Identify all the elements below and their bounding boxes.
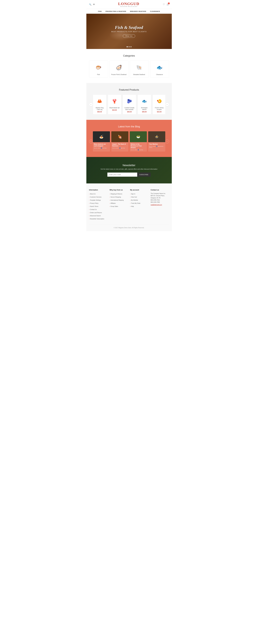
newsletter-email-input[interactable]: [107, 172, 137, 177]
footer-link-newsletter[interactable]: Newsletter Subscription: [89, 218, 104, 220]
footer-copyright: © 2017 Magento Demo Store. All Rights Re…: [89, 227, 169, 228]
hero-title: Fish & Seafood: [111, 25, 147, 30]
categories-grid: 🐡 Fish 🦪 Frozen Fish & Seafood 🐚 Breaded…: [89, 60, 169, 78]
list-item: Shipping & Returns: [110, 192, 128, 195]
blog-next-icon: [167, 140, 167, 142]
footer-link-about[interactable]: About Us: [89, 193, 96, 195]
blog-author-icon-1: [119, 148, 121, 149]
footer-link-signin[interactable]: Sign In: [130, 193, 135, 195]
nav-breaded[interactable]: BREADED SEAFOOD: [130, 10, 146, 12]
blog-post-3[interactable]: 🍲 Your Mantras Oct 24, 2016 By Bernard S…: [148, 131, 165, 152]
hero-dot-2[interactable]: [129, 46, 130, 47]
product-0[interactable]: 🦀 Alaskan King Crab Leg $56.00: [93, 94, 106, 114]
blog-post-1[interactable]: 🍖 Impact - The Heart of Business Oct 19,…: [111, 131, 128, 152]
wishlist-icon[interactable]: [163, 3, 165, 6]
footer-link-advanced[interactable]: Advanced Search: [89, 215, 101, 216]
product-0-price: $56.00: [94, 111, 105, 112]
list-item: About Us: [89, 192, 107, 195]
footer-link-shipping[interactable]: Shipping & Returns: [110, 193, 122, 195]
blog-author-icon-3: [156, 146, 158, 147]
footer-link-customer[interactable]: Customer Services: [89, 196, 102, 198]
footer-information-heading: Information: [89, 189, 107, 191]
footer-link-group[interactable]: Group Sales: [110, 206, 118, 207]
hero-dot-1[interactable]: [127, 46, 128, 47]
category-breaded-label: Breaded Seafood: [131, 74, 147, 75]
product-3-name: Norwegian salmon: [139, 107, 150, 110]
product-2[interactable]: 🫐 Cooked Canada blue mussels $36.00: [123, 94, 136, 114]
list-item: Track My Order: [130, 202, 149, 204]
list-item: Customer Services: [89, 196, 107, 198]
footer-link-wishlist[interactable]: My Wishlist: [130, 200, 138, 201]
prev-icon: [91, 104, 91, 106]
blog-post-0-title: Many students are cash-strapped: [94, 143, 109, 147]
product-3[interactable]: 🐟 Norwegian salmon $46.00: [138, 94, 151, 114]
hero-shop-button[interactable]: Shop now: [123, 34, 135, 38]
blog-section: Latest from the Blog 🍝 Many students are…: [86, 120, 172, 157]
categories-title: Categories: [89, 54, 169, 57]
footer-link-orders[interactable]: Orders and Returns: [89, 212, 102, 214]
nav-frozen[interactable]: FROZEN FISH & SEAFOOD: [105, 10, 126, 12]
category-frozen[interactable]: 🦪 Frozen Fish & Seafood: [109, 60, 128, 78]
footer-link-viewcart[interactable]: View Cart: [130, 196, 137, 198]
footer-why-buy: Why buy from us Shipping & Returns Secur…: [110, 189, 128, 220]
product-1[interactable]: 🦞 Brazil lobster tail $32.00: [108, 94, 121, 114]
product-4[interactable]: 🍤 Frozen shrimp ecuador $16.00: [153, 94, 165, 114]
category-clearance[interactable]: 🐟 Clearance: [150, 60, 169, 78]
footer-link-intl[interactable]: International Shipping: [110, 200, 124, 201]
category-clearance-img: 🐟: [154, 63, 165, 72]
list-item: Group Sales: [110, 205, 128, 208]
list-item: Secure Shopping: [110, 196, 128, 198]
footer-columns: Information About Us Customer Services T…: [89, 189, 169, 220]
footer-link-contact[interactable]: Contact Us: [89, 209, 97, 210]
products-prev-button[interactable]: [89, 102, 93, 106]
cart-count-badge: 0: [168, 2, 170, 4]
product-3-img: 🐟: [140, 96, 149, 106]
blog-post-3-img: 🍲: [148, 131, 165, 142]
footer-link-template[interactable]: Template Settings: [89, 200, 101, 201]
blog-post-3-title: Your Mantras: [149, 143, 164, 145]
footer-link-affiliates[interactable]: Affiliates: [110, 202, 116, 204]
hero-content: Fish & Seafood BEST PRODUCTS FOR BEST CL…: [111, 25, 147, 38]
blog-post-0[interactable]: 🍝 Many students are cash-strapped Oct 14…: [93, 131, 110, 152]
category-breaded[interactable]: 🐚 Breaded Seafood: [130, 60, 149, 78]
footer-link-search-terms[interactable]: Search Terms: [89, 206, 98, 207]
product-2-img: 🫐: [125, 96, 134, 106]
products-next-button[interactable]: [165, 102, 169, 106]
blog-prev-button[interactable]: [89, 140, 93, 144]
footer-why-buy-list: Shipping & Returns Secure Shopping Inter…: [110, 192, 128, 208]
search-icon[interactable]: [89, 3, 91, 6]
footer-link-help[interactable]: Help: [130, 206, 134, 207]
blog-list: 🍝 Many students are cash-strapped Oct 14…: [93, 131, 165, 152]
footer-link-privacy[interactable]: Privacy Policy: [89, 202, 99, 204]
nav-clearance[interactable]: CLEARANCE: [150, 10, 160, 12]
blog-post-2[interactable]: 🥗 Believe in the Business of Your Dreams…: [130, 131, 147, 152]
list-item: Sign In: [130, 192, 149, 195]
category-clearance-label: Clearance: [152, 74, 168, 75]
blog-post-1-info: Impact - The Heart of Business Oct 19, 2…: [111, 142, 128, 150]
footer-contact-email[interactable]: mail@demoink.org: [151, 204, 162, 206]
product-0-img: 🦀: [95, 96, 104, 106]
blog-next-button[interactable]: [165, 140, 169, 144]
footer-link-secure[interactable]: Secure Shopping: [110, 196, 121, 198]
logo-text-left: LON: [118, 2, 127, 6]
products-list: 🦀 Alaskan King Crab Leg $56.00 🦞 Brazil …: [93, 94, 165, 114]
newsletter-subscribe-button[interactable]: SUBSCRIBE: [137, 172, 151, 177]
cart-icon-wrapper[interactable]: 0: [167, 3, 169, 6]
blog-post-1-title: Impact - The Heart of Business: [112, 143, 127, 147]
next-icon: [167, 104, 167, 106]
nav-fish[interactable]: FISH: [98, 10, 102, 12]
product-0-name: Alaskan King Crab Leg: [94, 107, 105, 110]
product-1-img: 🦞: [110, 96, 119, 106]
category-fish[interactable]: 🐡 Fish: [89, 60, 108, 78]
footer-link-track[interactable]: Track My Order: [130, 202, 140, 204]
list-item: Privacy Policy: [89, 202, 107, 204]
list-item: Help: [130, 205, 149, 208]
hero-dot-3[interactable]: [130, 46, 132, 47]
menu-icon[interactable]: [93, 3, 95, 6]
blog-post-3-date: Oct 24, 2016 By Bernard Simon: [149, 146, 164, 148]
newsletter-title: Newsletter: [89, 164, 169, 167]
list-item: Template Settings: [89, 199, 107, 201]
product-3-price: $46.00: [139, 111, 150, 112]
categories-section: Categories 🐡 Fish 🦪 Frozen Fish & Seafoo…: [86, 49, 172, 83]
blog-author-icon-2: [138, 149, 139, 150]
